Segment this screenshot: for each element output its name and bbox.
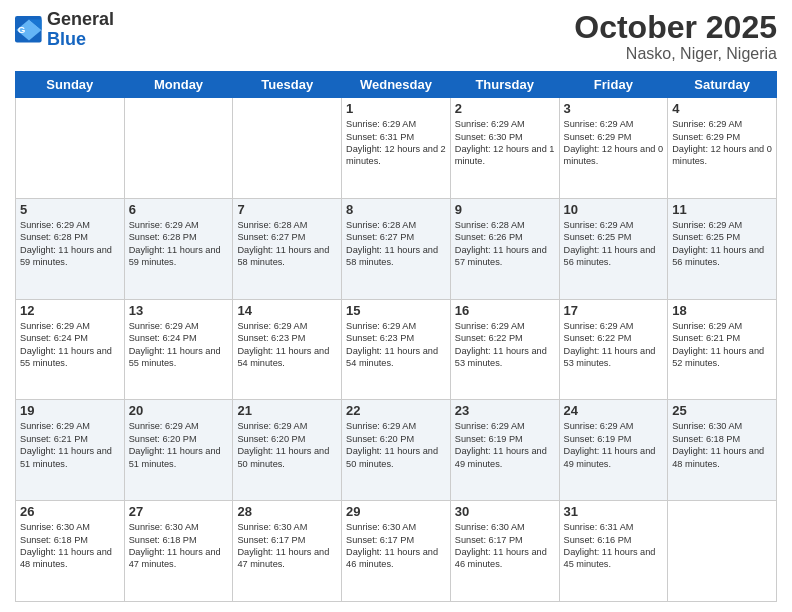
day-info: Sunrise: 6:29 AM Sunset: 6:20 PM Dayligh… — [129, 420, 229, 470]
svg-text:G: G — [18, 24, 26, 35]
calendar-cell: 3Sunrise: 6:29 AM Sunset: 6:29 PM Daylig… — [559, 98, 668, 199]
calendar-cell: 21Sunrise: 6:29 AM Sunset: 6:20 PM Dayli… — [233, 400, 342, 501]
calendar-cell: 18Sunrise: 6:29 AM Sunset: 6:21 PM Dayli… — [668, 299, 777, 400]
day-info: Sunrise: 6:29 AM Sunset: 6:25 PM Dayligh… — [564, 219, 664, 269]
day-number: 25 — [672, 403, 772, 418]
calendar-cell: 19Sunrise: 6:29 AM Sunset: 6:21 PM Dayli… — [16, 400, 125, 501]
day-info: Sunrise: 6:30 AM Sunset: 6:17 PM Dayligh… — [346, 521, 446, 571]
page: G General Blue October 2025 Nasko, Niger… — [0, 0, 792, 612]
calendar-cell — [668, 501, 777, 602]
day-number: 28 — [237, 504, 337, 519]
day-info: Sunrise: 6:29 AM Sunset: 6:25 PM Dayligh… — [672, 219, 772, 269]
day-number: 3 — [564, 101, 664, 116]
day-info: Sunrise: 6:31 AM Sunset: 6:16 PM Dayligh… — [564, 521, 664, 571]
calendar-header-row: SundayMondayTuesdayWednesdayThursdayFrid… — [16, 72, 777, 98]
day-info: Sunrise: 6:30 AM Sunset: 6:18 PM Dayligh… — [20, 521, 120, 571]
day-of-week-header: Saturday — [668, 72, 777, 98]
calendar-cell: 24Sunrise: 6:29 AM Sunset: 6:19 PM Dayli… — [559, 400, 668, 501]
calendar-week-row: 5Sunrise: 6:29 AM Sunset: 6:28 PM Daylig… — [16, 198, 777, 299]
day-number: 6 — [129, 202, 229, 217]
day-info: Sunrise: 6:29 AM Sunset: 6:23 PM Dayligh… — [346, 320, 446, 370]
day-number: 7 — [237, 202, 337, 217]
day-info: Sunrise: 6:29 AM Sunset: 6:28 PM Dayligh… — [20, 219, 120, 269]
day-of-week-header: Tuesday — [233, 72, 342, 98]
calendar-cell: 27Sunrise: 6:30 AM Sunset: 6:18 PM Dayli… — [124, 501, 233, 602]
calendar-cell: 8Sunrise: 6:28 AM Sunset: 6:27 PM Daylig… — [342, 198, 451, 299]
day-number: 20 — [129, 403, 229, 418]
calendar-cell: 15Sunrise: 6:29 AM Sunset: 6:23 PM Dayli… — [342, 299, 451, 400]
day-number: 5 — [20, 202, 120, 217]
calendar-cell: 6Sunrise: 6:29 AM Sunset: 6:28 PM Daylig… — [124, 198, 233, 299]
day-info: Sunrise: 6:28 AM Sunset: 6:27 PM Dayligh… — [346, 219, 446, 269]
calendar-cell: 10Sunrise: 6:29 AM Sunset: 6:25 PM Dayli… — [559, 198, 668, 299]
day-info: Sunrise: 6:30 AM Sunset: 6:18 PM Dayligh… — [129, 521, 229, 571]
calendar-cell: 25Sunrise: 6:30 AM Sunset: 6:18 PM Dayli… — [668, 400, 777, 501]
day-number: 18 — [672, 303, 772, 318]
day-info: Sunrise: 6:29 AM Sunset: 6:29 PM Dayligh… — [672, 118, 772, 168]
calendar-table: SundayMondayTuesdayWednesdayThursdayFrid… — [15, 71, 777, 602]
day-number: 24 — [564, 403, 664, 418]
day-of-week-header: Sunday — [16, 72, 125, 98]
day-info: Sunrise: 6:29 AM Sunset: 6:24 PM Dayligh… — [129, 320, 229, 370]
day-info: Sunrise: 6:30 AM Sunset: 6:18 PM Dayligh… — [672, 420, 772, 470]
calendar-cell: 30Sunrise: 6:30 AM Sunset: 6:17 PM Dayli… — [450, 501, 559, 602]
day-info: Sunrise: 6:29 AM Sunset: 6:22 PM Dayligh… — [455, 320, 555, 370]
day-number: 26 — [20, 504, 120, 519]
calendar-week-row: 1Sunrise: 6:29 AM Sunset: 6:31 PM Daylig… — [16, 98, 777, 199]
calendar-week-row: 26Sunrise: 6:30 AM Sunset: 6:18 PM Dayli… — [16, 501, 777, 602]
calendar-cell: 23Sunrise: 6:29 AM Sunset: 6:19 PM Dayli… — [450, 400, 559, 501]
day-of-week-header: Monday — [124, 72, 233, 98]
calendar-cell: 14Sunrise: 6:29 AM Sunset: 6:23 PM Dayli… — [233, 299, 342, 400]
day-info: Sunrise: 6:29 AM Sunset: 6:21 PM Dayligh… — [20, 420, 120, 470]
day-info: Sunrise: 6:29 AM Sunset: 6:31 PM Dayligh… — [346, 118, 446, 168]
day-info: Sunrise: 6:29 AM Sunset: 6:20 PM Dayligh… — [346, 420, 446, 470]
calendar-cell: 22Sunrise: 6:29 AM Sunset: 6:20 PM Dayli… — [342, 400, 451, 501]
calendar-cell: 4Sunrise: 6:29 AM Sunset: 6:29 PM Daylig… — [668, 98, 777, 199]
day-info: Sunrise: 6:29 AM Sunset: 6:23 PM Dayligh… — [237, 320, 337, 370]
day-number: 15 — [346, 303, 446, 318]
calendar-cell: 28Sunrise: 6:30 AM Sunset: 6:17 PM Dayli… — [233, 501, 342, 602]
day-of-week-header: Wednesday — [342, 72, 451, 98]
day-number: 14 — [237, 303, 337, 318]
calendar-cell: 31Sunrise: 6:31 AM Sunset: 6:16 PM Dayli… — [559, 501, 668, 602]
day-number: 13 — [129, 303, 229, 318]
day-of-week-header: Thursday — [450, 72, 559, 98]
calendar-week-row: 19Sunrise: 6:29 AM Sunset: 6:21 PM Dayli… — [16, 400, 777, 501]
day-number: 8 — [346, 202, 446, 217]
day-info: Sunrise: 6:30 AM Sunset: 6:17 PM Dayligh… — [455, 521, 555, 571]
calendar-cell: 5Sunrise: 6:29 AM Sunset: 6:28 PM Daylig… — [16, 198, 125, 299]
logo-general-text: General — [47, 9, 114, 29]
day-info: Sunrise: 6:29 AM Sunset: 6:19 PM Dayligh… — [564, 420, 664, 470]
calendar-cell: 1Sunrise: 6:29 AM Sunset: 6:31 PM Daylig… — [342, 98, 451, 199]
day-info: Sunrise: 6:29 AM Sunset: 6:28 PM Dayligh… — [129, 219, 229, 269]
day-info: Sunrise: 6:28 AM Sunset: 6:27 PM Dayligh… — [237, 219, 337, 269]
day-number: 11 — [672, 202, 772, 217]
day-number: 17 — [564, 303, 664, 318]
calendar-cell — [124, 98, 233, 199]
calendar-cell: 20Sunrise: 6:29 AM Sunset: 6:20 PM Dayli… — [124, 400, 233, 501]
header: G General Blue October 2025 Nasko, Niger… — [15, 10, 777, 63]
calendar-cell: 9Sunrise: 6:28 AM Sunset: 6:26 PM Daylig… — [450, 198, 559, 299]
calendar-cell: 12Sunrise: 6:29 AM Sunset: 6:24 PM Dayli… — [16, 299, 125, 400]
calendar-cell: 26Sunrise: 6:30 AM Sunset: 6:18 PM Dayli… — [16, 501, 125, 602]
day-info: Sunrise: 6:29 AM Sunset: 6:21 PM Dayligh… — [672, 320, 772, 370]
day-number: 31 — [564, 504, 664, 519]
day-of-week-header: Friday — [559, 72, 668, 98]
location: Nasko, Niger, Nigeria — [574, 45, 777, 63]
day-info: Sunrise: 6:29 AM Sunset: 6:19 PM Dayligh… — [455, 420, 555, 470]
day-number: 27 — [129, 504, 229, 519]
title-block: October 2025 Nasko, Niger, Nigeria — [574, 10, 777, 63]
logo: G General Blue — [15, 10, 114, 50]
calendar-cell — [233, 98, 342, 199]
day-number: 12 — [20, 303, 120, 318]
day-info: Sunrise: 6:29 AM Sunset: 6:29 PM Dayligh… — [564, 118, 664, 168]
day-info: Sunrise: 6:29 AM Sunset: 6:24 PM Dayligh… — [20, 320, 120, 370]
logo-text: General Blue — [47, 10, 114, 50]
day-number: 29 — [346, 504, 446, 519]
calendar-cell: 16Sunrise: 6:29 AM Sunset: 6:22 PM Dayli… — [450, 299, 559, 400]
day-number: 22 — [346, 403, 446, 418]
calendar-cell: 29Sunrise: 6:30 AM Sunset: 6:17 PM Dayli… — [342, 501, 451, 602]
logo-icon: G — [15, 16, 43, 44]
month-title: October 2025 — [574, 10, 777, 45]
calendar-cell: 11Sunrise: 6:29 AM Sunset: 6:25 PM Dayli… — [668, 198, 777, 299]
